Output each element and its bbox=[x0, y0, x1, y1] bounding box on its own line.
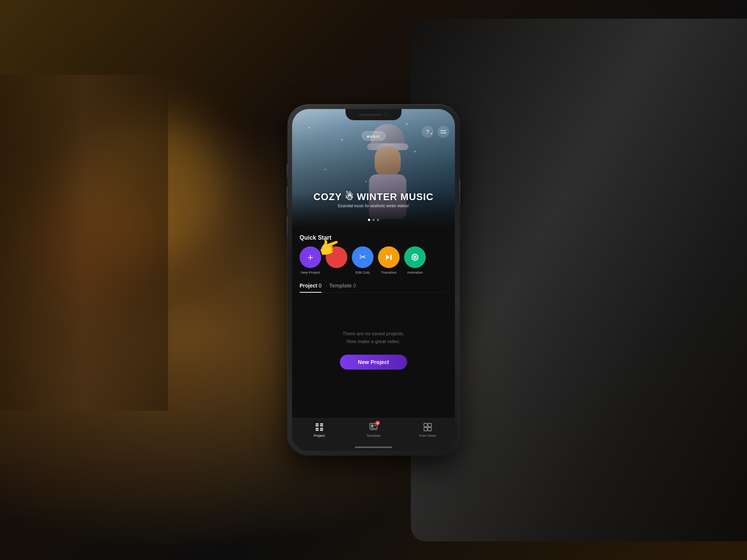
phone-device: ? MUSIC bbox=[288, 105, 459, 455]
edit-cuts-circle: ✂ bbox=[352, 246, 374, 268]
front-camera bbox=[384, 113, 388, 116]
svg-rect-24 bbox=[428, 423, 431, 427]
project-grid-icon bbox=[315, 423, 324, 432]
template-nav-icon: N bbox=[369, 422, 378, 432]
speaker-grille bbox=[359, 114, 381, 116]
music-badge-text: MUSIC bbox=[367, 135, 381, 139]
volume-up-button bbox=[286, 187, 288, 209]
settings-filter-button[interactable] bbox=[437, 126, 449, 138]
svg-point-8 bbox=[412, 254, 418, 260]
home-indicator bbox=[355, 447, 392, 448]
notch bbox=[345, 109, 402, 120]
svg-point-0 bbox=[441, 130, 443, 131]
transition-label: Transition bbox=[381, 270, 396, 274]
template-badge: N bbox=[375, 421, 380, 425]
bottom-nav: Project N Template bbox=[292, 418, 455, 451]
hero-dot-3[interactable] bbox=[377, 219, 379, 221]
phone-screen: ? MUSIC bbox=[292, 109, 455, 451]
new-project-label: New Project bbox=[301, 270, 320, 274]
tabs-bar: Project 0 Template 0 bbox=[300, 277, 447, 293]
svg-marker-6 bbox=[386, 255, 390, 260]
template-nav-label: Template bbox=[366, 433, 381, 438]
hero-title-subtitle: Essential music for aesthetic winter vid… bbox=[292, 204, 455, 208]
qs-edit-cuts[interactable]: ✂ Edit Cuts bbox=[352, 246, 374, 274]
svg-rect-26 bbox=[428, 427, 431, 431]
nav-project[interactable]: Project bbox=[306, 422, 332, 438]
hero-title-block: COZY ☃ WINTER MUSIC Essential music for … bbox=[292, 192, 455, 208]
free-store-nav-icon bbox=[423, 422, 433, 432]
tab-template-count: 0 bbox=[353, 283, 356, 289]
svg-point-3 bbox=[444, 133, 445, 134]
svg-rect-7 bbox=[390, 255, 392, 260]
project-nav-icon bbox=[314, 422, 324, 432]
svg-point-9 bbox=[414, 256, 416, 258]
hero-top-bar: ? bbox=[422, 126, 449, 138]
hero-dot-1[interactable] bbox=[368, 219, 370, 221]
hero-title-main: COZY ☃ WINTER MUSIC bbox=[292, 192, 455, 202]
qs-new-project[interactable]: + New Project bbox=[300, 246, 321, 274]
transition-circle bbox=[378, 246, 400, 268]
svg-rect-25 bbox=[424, 427, 427, 431]
tab-project-count: 0 bbox=[319, 283, 322, 289]
quick-start-section: Quick Start + New Project 👉 bbox=[300, 228, 447, 277]
phone-frame: ? MUSIC bbox=[288, 105, 459, 455]
tab-project-label: Project bbox=[300, 283, 319, 289]
nav-template[interactable]: N Template bbox=[360, 422, 387, 438]
project-nav-label: Project bbox=[314, 433, 325, 438]
edit-cuts-label: Edit Cuts bbox=[356, 270, 370, 274]
empty-state-text: There are no saved projects. Now make a … bbox=[342, 330, 404, 346]
music-badge: MUSIC bbox=[362, 131, 385, 140]
help-button[interactable]: ? bbox=[422, 126, 434, 138]
qs-animation[interactable]: Animation bbox=[404, 246, 426, 274]
new-project-icon: + bbox=[307, 252, 313, 263]
volume-down-button bbox=[286, 217, 288, 239]
main-content: Quick Start + New Project 👉 bbox=[292, 228, 455, 377]
hero-dot-2[interactable] bbox=[372, 219, 375, 221]
silent-switch bbox=[286, 164, 288, 179]
quick-start-title: Quick Start bbox=[300, 234, 447, 241]
animation-label: Animation bbox=[407, 270, 423, 274]
qs-transition[interactable]: Transition bbox=[378, 246, 400, 274]
empty-line1: There are no saved projects. bbox=[342, 331, 404, 336]
bg-bookshelf bbox=[0, 75, 168, 411]
nav-free-store[interactable]: Free Store bbox=[415, 422, 441, 438]
svg-rect-19 bbox=[371, 424, 374, 427]
edit-cuts-icon: ✂ bbox=[359, 252, 366, 262]
svg-rect-23 bbox=[424, 423, 427, 427]
bg-camera bbox=[411, 19, 747, 541]
quick-start-items: + New Project 👉 bbox=[300, 246, 447, 274]
qs-cursor-circle: 👉 bbox=[326, 246, 347, 268]
new-project-cta-button[interactable]: New Project bbox=[340, 355, 407, 370]
hero-banner: ? MUSIC bbox=[292, 109, 455, 228]
new-project-circle: + bbox=[300, 246, 321, 268]
tab-template[interactable]: Template 0 bbox=[329, 283, 356, 292]
empty-line2: Now make a great video. bbox=[347, 339, 400, 344]
tab-template-label: Template bbox=[329, 283, 353, 289]
tab-project[interactable]: Project 0 bbox=[300, 283, 322, 292]
empty-state: There are no saved projects. Now make a … bbox=[300, 293, 447, 377]
store-icon bbox=[423, 423, 432, 432]
hero-pagination-dots bbox=[368, 219, 379, 221]
free-store-nav-label: Free Store bbox=[419, 433, 436, 438]
transition-icon bbox=[385, 253, 393, 261]
power-button bbox=[459, 179, 461, 205]
animation-icon bbox=[411, 253, 419, 261]
animation-circle bbox=[404, 246, 426, 268]
